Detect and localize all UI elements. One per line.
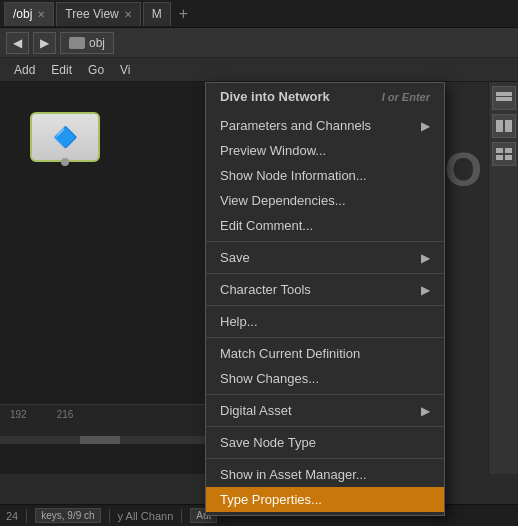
menu-section-4: Match Current Definition Show Changes... <box>206 338 444 395</box>
menu-item-showinasset-label: Show in Asset Manager... <box>220 467 367 482</box>
tab-treeview-close[interactable]: ✕ <box>124 9 132 20</box>
menu-edit[interactable]: Edit <box>43 61 80 79</box>
big-letter: O <box>445 142 480 197</box>
content-area: 🔷 O 192 216 Dive into Network I or Enter <box>0 82 518 474</box>
status-allchann: y All Chann <box>118 510 174 522</box>
menu-item-savenodetype[interactable]: Save Node Type <box>206 430 444 455</box>
menu-item-save-label: Save <box>220 250 250 265</box>
menu-item-showchanges-label: Show Changes... <box>220 371 319 386</box>
dropdown-header-hint: I or Enter <box>382 91 430 103</box>
status-scroll-value: 24 <box>6 510 18 522</box>
menu-item-charactertools-label: Character Tools <box>220 282 311 297</box>
ruler-marks: 192 216 <box>0 405 205 424</box>
menu-item-digitalasset-label: Digital Asset <box>220 403 292 418</box>
menu-vi[interactable]: Vi <box>112 61 138 79</box>
dropdown-header-label: Dive into Network <box>220 89 330 104</box>
arrow-icon: ▶ <box>421 119 430 133</box>
svg-rect-1 <box>496 97 512 101</box>
node-pin <box>61 158 69 166</box>
svg-rect-0 <box>496 92 512 96</box>
menu-section-6: Save Node Type <box>206 427 444 459</box>
menu-item-viewdeps[interactable]: View Dependencies... <box>206 188 444 213</box>
node[interactable]: 🔷 <box>30 112 100 162</box>
status-sep-1 <box>26 509 27 523</box>
menu-item-preview[interactable]: Preview Window... <box>206 138 444 163</box>
node-icon: 🔷 <box>53 125 78 149</box>
menu-item-showchanges[interactable]: Show Changes... <box>206 366 444 391</box>
menu-bar: Add Edit Go Vi <box>0 58 518 82</box>
svg-rect-6 <box>496 155 503 160</box>
menu-item-showinasset[interactable]: Show in Asset Manager... <box>206 462 444 487</box>
menu-section-1: Save ▶ <box>206 242 444 274</box>
ruler-mark-2: 216 <box>57 409 74 420</box>
scroll-thumb[interactable] <box>80 436 120 444</box>
breadcrumb[interactable]: obj <box>60 32 114 54</box>
menu-item-typeproperties[interactable]: Type Properties... <box>206 487 444 512</box>
svg-rect-3 <box>505 120 512 132</box>
menu-item-help-label: Help... <box>220 314 258 329</box>
tab-obj[interactable]: /obj ✕ <box>4 2 54 26</box>
toolbar: ◀ ▶ obj <box>0 28 518 58</box>
menu-item-viewdeps-label: View Dependencies... <box>220 193 346 208</box>
tab-m-label: M <box>152 7 162 21</box>
menu-item-digitalasset[interactable]: Digital Asset ▶ <box>206 398 444 423</box>
menu-item-editcomment[interactable]: Edit Comment... <box>206 213 444 238</box>
menu-item-matchdef-label: Match Current Definition <box>220 346 360 361</box>
right-panel <box>488 82 518 474</box>
scroll-area[interactable] <box>0 436 205 444</box>
tab-bar: /obj ✕ Tree View ✕ M + <box>0 0 518 28</box>
menu-item-matchdef[interactable]: Match Current Definition <box>206 341 444 366</box>
menu-item-typeproperties-label: Type Properties... <box>220 492 322 507</box>
tab-obj-label: /obj <box>13 7 32 21</box>
menu-item-save[interactable]: Save ▶ <box>206 245 444 270</box>
forward-button[interactable]: ▶ <box>33 32 56 54</box>
menu-item-parameters[interactable]: Parameters and Channels ▶ <box>206 113 444 138</box>
menu-item-savenodetype-label: Save Node Type <box>220 435 316 450</box>
breadcrumb-label: obj <box>89 36 105 50</box>
svg-rect-2 <box>496 120 503 132</box>
menu-section-3: Help... <box>206 306 444 338</box>
breadcrumb-icon <box>69 37 85 49</box>
menu-section-7: Show in Asset Manager... Type Properties… <box>206 459 444 515</box>
dropdown-header[interactable]: Dive into Network I or Enter <box>206 83 444 110</box>
svg-rect-5 <box>505 148 512 153</box>
menu-go[interactable]: Go <box>80 61 112 79</box>
menu-item-charactertools[interactable]: Character Tools ▶ <box>206 277 444 302</box>
menu-item-preview-label: Preview Window... <box>220 143 326 158</box>
ruler-mark-1: 192 <box>10 409 27 420</box>
tab-treeview[interactable]: Tree View ✕ <box>56 2 140 26</box>
tab-treeview-label: Tree View <box>65 7 118 21</box>
back-button[interactable]: ◀ <box>6 32 29 54</box>
digitalasset-arrow-icon: ▶ <box>421 404 430 418</box>
status-keys-button[interactable]: keys, 9/9 ch <box>35 508 100 523</box>
menu-item-nodeinfo-label: Show Node Information... <box>220 168 367 183</box>
menu-item-nodeinfo[interactable]: Show Node Information... <box>206 163 444 188</box>
menu-section-5: Digital Asset ▶ <box>206 395 444 427</box>
tab-obj-close[interactable]: ✕ <box>37 9 45 20</box>
menu-item-editcomment-label: Edit Comment... <box>220 218 313 233</box>
panel-btn-1[interactable] <box>492 86 516 110</box>
menu-item-help[interactable]: Help... <box>206 309 444 334</box>
menu-section-0: Parameters and Channels ▶ Preview Window… <box>206 110 444 242</box>
status-sep-3 <box>181 509 182 523</box>
status-sep-2 <box>109 509 110 523</box>
svg-rect-4 <box>496 148 503 153</box>
menu-item-parameters-label: Parameters and Channels <box>220 118 371 133</box>
charactertools-arrow-icon: ▶ <box>421 283 430 297</box>
tab-m[interactable]: M <box>143 2 171 26</box>
svg-rect-7 <box>505 155 512 160</box>
menu-add[interactable]: Add <box>6 61 43 79</box>
dropdown-menu: Dive into Network I or Enter Parameters … <box>205 82 445 516</box>
save-arrow-icon: ▶ <box>421 251 430 265</box>
panel-btn-2[interactable] <box>492 114 516 138</box>
tab-add-button[interactable]: + <box>173 5 194 23</box>
panel-btn-3[interactable] <box>492 142 516 166</box>
menu-section-2: Character Tools ▶ <box>206 274 444 306</box>
